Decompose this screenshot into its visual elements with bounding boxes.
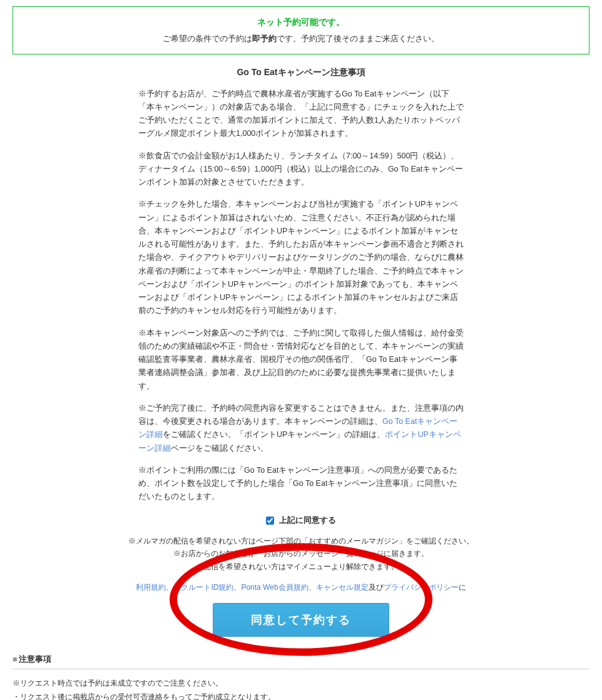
policy-tail: に [459, 583, 466, 592]
terms-p4: ※本キャンペーン対象店へのご予約では、ご予約に関して取得した個人情報は、給付金受… [138, 327, 464, 393]
notice-n2: ・リクエスト後に掲載店からの受付可否連絡をもってご予約成立となります。 [13, 691, 589, 700]
mailmag-note: ※メルマガの配信を希望されない方はページ下部の「おすすめのメールマガジン」をご確… [13, 535, 589, 573]
ponta-terms-link[interactable]: Ponta Web会員規約 [241, 583, 308, 592]
terms-p5-post: ページをご確認ください。 [171, 444, 268, 453]
policy-sep: 、 [166, 583, 173, 592]
availability-title: ネット予約可能です。 [19, 16, 583, 29]
submit-wrap: 同意して予約する [13, 603, 589, 637]
campaign-title: Go To Eatキャンペーン注意事項 [13, 66, 589, 79]
notice-head: 注意事項 [13, 653, 589, 669]
terms-of-use-link[interactable]: 利用規約 [136, 583, 166, 592]
mailmag-l3: 配信を希望されない方はマイメニューより解除できます。 [13, 560, 589, 573]
availability-subtitle: ご希望の条件での予約は即予約です。予約完了後そのままご来店ください。 [19, 33, 583, 45]
availability-sub-bold: 即予約 [252, 34, 277, 43]
notice-notes: ※リクエスト時点では予約は未成立ですのでご注意ください。 ・リクエスト後に掲載店… [13, 677, 589, 700]
policy-sep: 、 [233, 583, 241, 592]
agree-row: 上記に同意する [13, 514, 589, 527]
policy-links: 利用規約、リクルートID規約、Ponta Web会員規約、キャンセル規定及びプラ… [13, 582, 589, 593]
availability-sub-post: です。予約完了後そのままご来店ください。 [277, 34, 439, 43]
mailmag-l2: ※お店からのお知らせが「お店からのメッセージ一覧」ページに届きます。 [13, 547, 589, 560]
agree-checkbox[interactable] [266, 517, 274, 525]
terms-p6: ※ポイントご利用の際には「Go To Eatキャンペーン注意事項」への同意が必要… [138, 464, 464, 504]
agree-label: 上記に同意する [279, 515, 336, 525]
terms-block: ※予約するお店が、ご予約時点で農林水産省が実施するGo To Eatキャンペーン… [138, 88, 464, 504]
availability-banner: ネット予約可能です。 ご希望の条件での予約は即予約です。予約完了後そのままご来店… [13, 6, 589, 54]
mailmag-l1: ※メルマガの配信を希望されない方はページ下部の「おすすめのメールマガジン」をご確… [13, 535, 589, 547]
agree-reserve-button[interactable]: 同意して予約する [213, 603, 389, 637]
terms-p5: ※ご予約完了後に、予約時の同意内容を変更することはできません。また、注意事項の内… [138, 402, 464, 455]
agree-label-wrap[interactable]: 上記に同意する [266, 515, 336, 525]
terms-p3: ※チェックを外した場合、本キャンペーンおよび当社が実施する「ポイントUPキャンペ… [138, 198, 464, 317]
availability-sub-pre: ご希望の条件での予約は [163, 34, 252, 43]
recruit-id-terms-link[interactable]: リクルートID規約 [173, 583, 233, 592]
cancel-policy-link[interactable]: キャンセル規定 [316, 583, 369, 592]
notice-n1: ※リクエスト時点では予約は未成立ですのでご注意ください。 [13, 677, 589, 689]
policy-and: 及び [369, 583, 384, 592]
terms-p1: ※予約するお店が、ご予約時点で農林水産省が実施するGo To Eatキャンペーン… [138, 88, 464, 141]
privacy-policy-link[interactable]: プライバシーポリシー [384, 583, 459, 592]
terms-p2: ※飲食店での会計金額がお1人様あたり、ランチタイム（7:00～14:59）500… [138, 150, 464, 190]
policy-sep: 、 [309, 583, 316, 592]
terms-p5-mid: をご確認ください。「ポイントUPキャンペーン」の詳細は、 [163, 430, 385, 439]
